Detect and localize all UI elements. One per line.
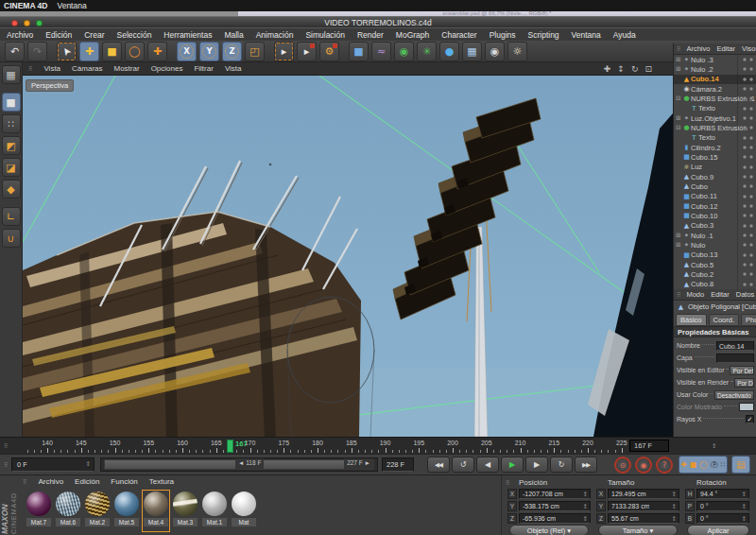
- visibility-dot[interactable]: [743, 233, 747, 237]
- scene-floor-button[interactable]: ▦: [462, 42, 482, 61]
- viewport-rotate-icon[interactable]: ↻: [631, 64, 639, 74]
- attribute-checkbox-rayos-x[interactable]: ✓: [746, 415, 754, 423]
- visibility-dot[interactable]: [743, 204, 747, 208]
- visibility-dot[interactable]: [749, 243, 753, 247]
- coord-input-tama-o-z[interactable]: 55.67 cm↕: [608, 513, 679, 524]
- record-options-button[interactable]: ?: [656, 457, 673, 474]
- materials-menu-item-funci-n[interactable]: Función: [111, 477, 137, 486]
- tree-row-luz-objetivo-1[interactable]: ⊞⌖Luz.Objetivo.1: [674, 113, 756, 123]
- expand-toggle-icon[interactable]: ⊞: [676, 241, 682, 249]
- tree-row-cubo-14[interactable]: ▲Cubo.14: [674, 75, 756, 84]
- visibility-dot[interactable]: [749, 146, 753, 149]
- materials-menu-item-edici-n[interactable]: Edición: [75, 477, 99, 486]
- tree-row-nulo[interactable]: ⊞⌖Nulo: [674, 240, 756, 250]
- visibility-dot[interactable]: [749, 87, 753, 91]
- menu-item-ventana[interactable]: Ventana: [572, 30, 601, 40]
- redo-button[interactable]: ↷: [27, 42, 47, 61]
- color-swatch[interactable]: [739, 403, 754, 411]
- visibility-dot[interactable]: [743, 107, 747, 111]
- visibility-dot[interactable]: [743, 155, 747, 159]
- materials-menu-item-textura[interactable]: Textura: [149, 477, 174, 486]
- visibility-dot[interactable]: [743, 195, 747, 198]
- stepper-icon[interactable]: ↕: [583, 514, 588, 523]
- loop-mode-button[interactable]: ↻: [550, 457, 573, 473]
- visibility-dot[interactable]: [749, 78, 753, 81]
- current-frame-box[interactable]: 167 F: [629, 440, 669, 452]
- expand-toggle-icon[interactable]: ⊞: [676, 56, 682, 63]
- key-parameter-button[interactable]: Ⓟ: [711, 460, 718, 470]
- tree-row-cubo-12[interactable]: ■Cubo.12: [674, 201, 756, 211]
- point-mode-button[interactable]: ∷: [2, 114, 21, 133]
- next-frame-button[interactable]: ▶: [525, 457, 548, 473]
- om-menu-item-visor[interactable]: Visor: [742, 44, 756, 53]
- key-rotation-button[interactable]: ◯: [699, 460, 707, 469]
- menu-item-selecci-n[interactable]: Selección: [117, 30, 152, 40]
- am-menu-item-editar[interactable]: Editar: [711, 290, 730, 299]
- snap-magnet-button[interactable]: ∪: [2, 229, 21, 248]
- timeline-ruler[interactable]: ⠿ 14014515015516016517017518018519019520…: [0, 437, 756, 454]
- tree-row-nurbs-extrusi-n[interactable]: ⊟●NURBS Extrusión: [674, 123, 756, 132]
- visibility-dot[interactable]: [743, 184, 747, 188]
- range-slider[interactable]: ◄ 118 F 227 F ►: [100, 457, 378, 472]
- drag-handle-icon[interactable]: ⠿: [23, 478, 26, 485]
- end-frame-box[interactable]: 228 F: [382, 457, 414, 472]
- visibility-dot[interactable]: [749, 107, 753, 111]
- add-tool-button[interactable]: ✚: [147, 42, 167, 61]
- stepper-icon[interactable]: ↕: [672, 502, 677, 510]
- visibility-dot[interactable]: [749, 165, 753, 169]
- model-mode-button[interactable]: ■: [2, 93, 21, 112]
- live-selection-button[interactable]: ➤: [57, 42, 77, 61]
- coordinate-system-button[interactable]: ◰: [245, 42, 265, 61]
- lock-z-axis-button[interactable]: Z: [222, 42, 242, 61]
- material-item-mat-1[interactable]: Mat.1: [200, 490, 229, 532]
- viewport-scene[interactable]: [23, 76, 673, 437]
- visibility-dot[interactable]: [743, 214, 747, 217]
- am-menu-item-datos-de[interactable]: Datos de: [736, 290, 756, 299]
- tab-coord[interactable]: Coord.: [709, 314, 740, 326]
- attribute-dropdown-visible-en-editor[interactable]: Por Defecto: [730, 366, 754, 375]
- stepper-icon[interactable]: ↕: [583, 490, 588, 498]
- viewport-menu-item-mostrar[interactable]: Mostrar: [114, 64, 140, 73]
- make-editable-button[interactable]: ▦: [2, 65, 21, 84]
- stepper-icon[interactable]: ↕: [672, 490, 677, 498]
- scene-light-button[interactable]: ☼: [507, 42, 527, 61]
- nurbs-tool-button[interactable]: ◉: [394, 42, 414, 61]
- tree-row-nurbs-extrusi-n-1[interactable]: ⊟●NURBS Extrusión .1: [674, 94, 756, 103]
- visibility-dot[interactable]: [749, 204, 753, 208]
- tree-row-texto[interactable]: TTexto: [674, 104, 756, 113]
- visibility-dot[interactable]: [743, 96, 747, 100]
- visibility-dot[interactable]: [743, 165, 747, 169]
- om-menu-item-archivo[interactable]: Archivo: [686, 44, 710, 53]
- camera-label[interactable]: Perspectiva: [26, 79, 74, 92]
- visibility-dot[interactable]: [749, 224, 753, 228]
- tree-row-texto[interactable]: TTexto: [674, 133, 756, 143]
- drag-handle-icon[interactable]: ⠿: [677, 45, 680, 52]
- range-start-label[interactable]: ◄ 118 F: [235, 458, 264, 469]
- tree-row-cubo-3[interactable]: ▲Cubo.3: [674, 221, 756, 231]
- render-view-button[interactable]: ▸: [274, 42, 294, 61]
- visibility-dot[interactable]: [743, 175, 747, 179]
- drag-handle-icon[interactable]: ⠿: [28, 65, 32, 72]
- visibility-dot[interactable]: [743, 136, 747, 140]
- visibility-dot[interactable]: [743, 58, 747, 61]
- undo-button[interactable]: ↶: [5, 42, 25, 61]
- visibility-dot[interactable]: [749, 263, 753, 267]
- menu-item-mograph[interactable]: MoGraph: [396, 30, 429, 40]
- tree-row-cubo[interactable]: ▲Cubo: [674, 181, 756, 191]
- visibility-dot[interactable]: [743, 126, 747, 129]
- stepper-icon[interactable]: ↕: [672, 514, 677, 523]
- tree-row-luz[interactable]: ☼Luz: [674, 163, 756, 172]
- coord-input-rotaci-n-b[interactable]: 0 °↕: [696, 513, 749, 524]
- menu-item-archivo[interactable]: Archivo: [7, 30, 33, 40]
- material-item-mat[interactable]: Mat: [230, 490, 258, 532]
- tree-row-cubo-9[interactable]: ▲Cubo.9: [674, 172, 756, 181]
- drag-handle-icon[interactable]: ⠿: [4, 442, 8, 449]
- edge-mode-button[interactable]: ◩: [2, 136, 21, 155]
- drag-handle-icon[interactable]: ⠿: [506, 479, 509, 486]
- autokey-toggle-button[interactable]: ◉: [635, 457, 652, 474]
- attribute-input-capa[interactable]: [716, 354, 754, 363]
- expand-toggle-icon[interactable]: ⊟: [676, 124, 682, 131]
- attribute-input-nombre[interactable]: Cubo.14: [716, 341, 754, 351]
- coord-input-posici-n-z[interactable]: -65.936 cm↕: [519, 513, 591, 524]
- key-pla-button[interactable]: ∷: [721, 460, 726, 469]
